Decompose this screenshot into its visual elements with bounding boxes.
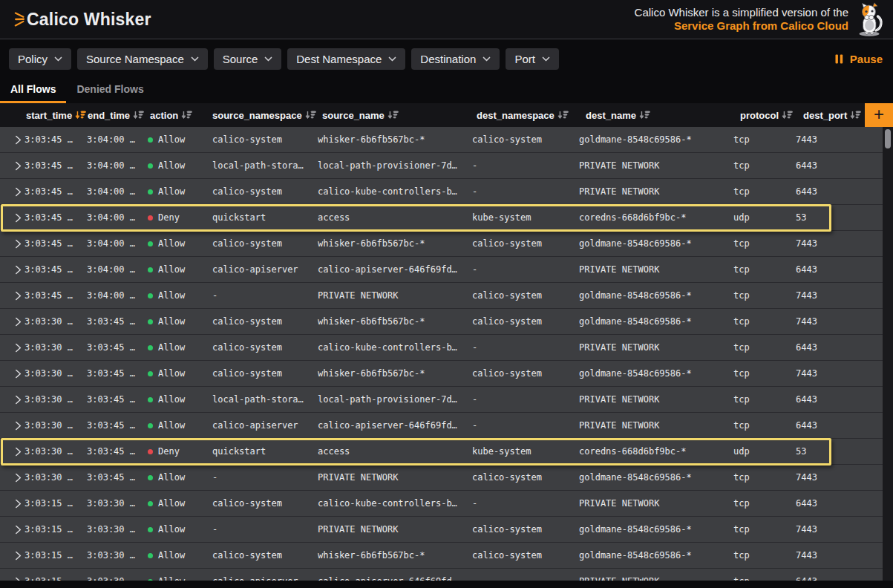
cell-start_time: 3:03:30 … bbox=[24, 439, 87, 464]
row-expander[interactable] bbox=[0, 283, 24, 308]
service-graph-link[interactable]: Service Graph from Calico Cloud bbox=[635, 19, 848, 33]
flows-table: start_time end_time bbox=[0, 103, 893, 581]
row-expander[interactable] bbox=[0, 439, 24, 464]
column-header-end_time[interactable]: end_time bbox=[87, 103, 147, 127]
row-expander[interactable] bbox=[0, 231, 24, 256]
flow-row-14[interactable]: 3:03:15 … 3:03:30 … Allow calico-system … bbox=[0, 491, 883, 517]
row-expander[interactable] bbox=[0, 543, 24, 568]
row-expander[interactable] bbox=[0, 569, 24, 581]
row-expander[interactable] bbox=[0, 179, 24, 204]
flow-row-4[interactable]: 3:03:45 … 3:04:00 … Allow calico-system … bbox=[0, 231, 883, 257]
cell-source_namespace: local-path-stora… bbox=[212, 153, 318, 178]
flow-row-13[interactable]: 3:03:30 … 3:03:45 … Allow - PRIVATE NETW… bbox=[0, 465, 883, 491]
column-header-dest_port[interactable]: dest_port bbox=[796, 103, 865, 127]
cell-dest_name: goldmane-8548c69586-* bbox=[579, 309, 733, 334]
filter-button-source-namespace[interactable]: Source Namespace bbox=[77, 48, 208, 70]
cell-protocol: tcp bbox=[733, 543, 796, 568]
vertical-scrollbar-track[interactable] bbox=[883, 127, 893, 581]
flow-row-11[interactable]: 3:03:30 … 3:03:45 … Allow calico-apiserv… bbox=[0, 413, 883, 439]
flow-row-9[interactable]: 3:03:30 … 3:03:45 … Allow calico-system … bbox=[0, 361, 883, 387]
vertical-scrollbar-thumb[interactable] bbox=[885, 129, 891, 148]
cell-dest_port: 6443 bbox=[796, 413, 883, 438]
flow-row-8[interactable]: 3:03:30 … 3:03:45 … Allow calico-system … bbox=[0, 335, 883, 361]
row-expander[interactable] bbox=[0, 361, 24, 386]
cell-end_time: 3:03:45 … bbox=[87, 309, 147, 334]
flow-row-5[interactable]: 3:03:45 … 3:04:00 … Allow calico-apiserv… bbox=[0, 257, 883, 283]
flow-row-3[interactable]: 3:03:45 … 3:04:00 … Deny quickstart acce… bbox=[0, 205, 883, 231]
cell-dest_port: 7443 bbox=[796, 309, 883, 334]
flow-row-16[interactable]: 3:03:15 … 3:03:30 … Allow calico-system … bbox=[0, 543, 883, 569]
column-header-action[interactable]: action bbox=[147, 103, 212, 127]
column-header-source_name[interactable]: source_name bbox=[318, 103, 472, 127]
flow-row-0[interactable]: 3:03:45 … 3:04:00 … Allow calico-system … bbox=[0, 127, 883, 153]
row-expander[interactable] bbox=[0, 127, 24, 152]
filter-button-dest-namespace[interactable]: Dest Namespace bbox=[287, 48, 405, 70]
allow-dot bbox=[148, 397, 153, 402]
chevron-down-icon bbox=[54, 56, 62, 62]
tagline: Calico Whisker is a simplified version o… bbox=[635, 6, 848, 33]
row-expander[interactable] bbox=[0, 465, 24, 490]
cell-action: Allow bbox=[158, 368, 185, 379]
table-body: 3:03:45 … 3:04:00 … Allow calico-system … bbox=[0, 127, 883, 581]
column-header-source_namespace[interactable]: source_namespace bbox=[212, 103, 318, 127]
flow-row-15[interactable]: 3:03:15 … 3:03:30 … Allow - PRIVATE NETW… bbox=[0, 517, 883, 543]
flow-row-1[interactable]: 3:03:45 … 3:04:00 … Allow local-path-sto… bbox=[0, 153, 883, 179]
flow-row-17[interactable]: 3:03:15 … 3:03:30 … Allow calico-apiserv… bbox=[0, 569, 883, 581]
row-expander[interactable] bbox=[0, 413, 24, 438]
deny-dot bbox=[148, 449, 153, 454]
tab-all-flows[interactable]: All Flows bbox=[0, 78, 66, 103]
cell-end_time: 3:03:45 … bbox=[87, 335, 147, 360]
cell-source_namespace: calico-apiserver bbox=[212, 257, 318, 282]
row-expander[interactable] bbox=[0, 205, 24, 230]
cell-end_time: 3:03:45 … bbox=[87, 361, 147, 386]
tab-denied-flows[interactable]: Denied Flows bbox=[66, 78, 154, 103]
cell-dest_namespace: calico-system bbox=[472, 127, 579, 152]
row-expander[interactable] bbox=[0, 335, 24, 360]
column-label: start_time bbox=[26, 110, 72, 121]
column-header-dest_namespace[interactable]: dest_namespace bbox=[472, 103, 579, 127]
row-expander[interactable] bbox=[0, 491, 24, 516]
add-column-button[interactable]: + bbox=[865, 103, 893, 127]
cell-action: Allow bbox=[158, 576, 185, 581]
filter-button-source[interactable]: Source bbox=[214, 48, 282, 70]
cell-dest_name: PRIVATE NETWORK bbox=[579, 569, 733, 581]
filter-button-policy[interactable]: Policy bbox=[9, 48, 71, 70]
column-label: end_time bbox=[88, 110, 130, 121]
chevron-down-icon bbox=[191, 56, 199, 62]
cell-dest_namespace: kube-system bbox=[472, 205, 579, 230]
cell-protocol: tcp bbox=[733, 413, 796, 438]
cell-source_name: calico-kube-controllers-b… bbox=[318, 179, 472, 204]
allow-dot bbox=[148, 293, 153, 298]
cell-action: Allow bbox=[158, 238, 185, 249]
app-title: Calico Whisker bbox=[27, 10, 151, 30]
cell-end_time: 3:03:45 … bbox=[87, 413, 147, 438]
cell-dest_name: PRIVATE NETWORK bbox=[579, 179, 733, 204]
cell-action: Allow bbox=[158, 394, 185, 405]
cell-end_time: 3:03:45 … bbox=[87, 387, 147, 412]
cell-end_time: 3:03:30 … bbox=[87, 543, 147, 568]
chevron-right-icon bbox=[14, 238, 22, 249]
filter-button-destination[interactable]: Destination bbox=[411, 48, 500, 70]
pause-button[interactable]: Pause bbox=[835, 53, 883, 65]
sort-icon bbox=[557, 111, 569, 120]
row-expander[interactable] bbox=[0, 153, 24, 178]
column-header-start_time[interactable]: start_time bbox=[24, 103, 87, 127]
cell-source_name: PRIVATE NETWORK bbox=[318, 283, 472, 308]
cell-protocol: udp bbox=[733, 205, 796, 230]
column-header-dest_name[interactable]: dest_name bbox=[579, 103, 733, 127]
flow-row-6[interactable]: 3:03:45 … 3:04:00 … Allow - PRIVATE NETW… bbox=[0, 283, 883, 309]
row-expander[interactable] bbox=[0, 257, 24, 282]
column-header-protocol[interactable]: protocol bbox=[733, 103, 796, 127]
row-expander[interactable] bbox=[0, 309, 24, 334]
cell-end_time: 3:04:00 … bbox=[87, 205, 147, 230]
flow-row-2[interactable]: 3:03:45 … 3:04:00 … Allow calico-system … bbox=[0, 179, 883, 205]
filter-button-port[interactable]: Port bbox=[506, 48, 559, 70]
flow-row-10[interactable]: 3:03:30 … 3:03:45 … Allow local-path-sto… bbox=[0, 387, 883, 413]
app-banner: Calico Whisker Calico Whisker is a simpl… bbox=[0, 0, 893, 39]
flow-row-12[interactable]: 3:03:30 … 3:03:45 … Deny quickstart acce… bbox=[0, 439, 883, 465]
row-expander[interactable] bbox=[0, 517, 24, 542]
row-expander[interactable] bbox=[0, 387, 24, 412]
flow-row-7[interactable]: 3:03:30 … 3:03:45 … Allow calico-system … bbox=[0, 309, 883, 335]
cell-dest_port: 6443 bbox=[796, 569, 883, 581]
column-label: action bbox=[150, 110, 178, 121]
